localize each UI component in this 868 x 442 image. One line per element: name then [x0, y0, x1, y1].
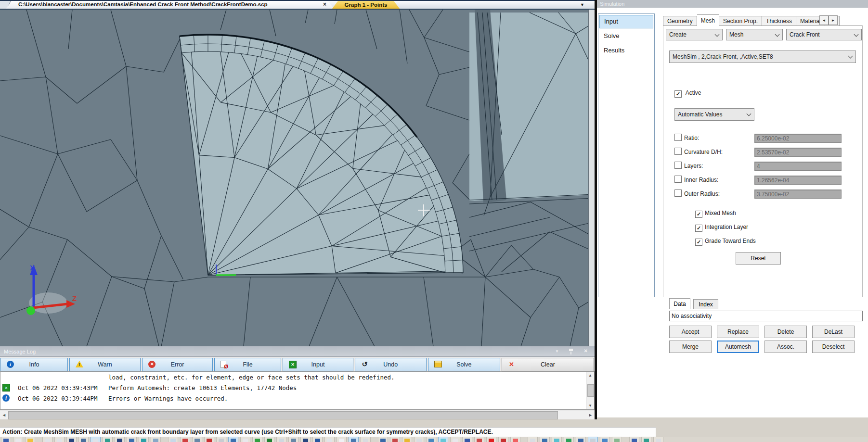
tab-scroll-left-button[interactable]: ◄: [819, 15, 829, 25]
deselect-button[interactable]: Deselect: [812, 341, 855, 353]
log-undo-button[interactable]: ↺Undo: [355, 358, 427, 371]
param-checkbox[interactable]: Curvature D/H:: [674, 149, 723, 155]
tab-index[interactable]: Index: [693, 299, 718, 309]
option-mixed-mesh[interactable]: ✓Mixed Mesh: [695, 210, 736, 217]
toolbar-icon[interactable]: [204, 437, 214, 442]
toolbar-icon[interactable]: [552, 437, 562, 442]
file-tab[interactable]: C:\Users\blancaster\Documents\Camtasia\E…: [6, 1, 334, 9]
assoc-button[interactable]: Assoc.: [764, 341, 807, 353]
scroll-down-icon[interactable]: ▼: [586, 402, 594, 409]
toolbar-icon[interactable]: [264, 437, 274, 442]
delete-button[interactable]: Delete: [764, 326, 807, 338]
toolbar-icon[interactable]: [576, 437, 586, 442]
toolbar-icon[interactable]: [450, 437, 460, 442]
toolbar-icon[interactable]: [324, 437, 335, 442]
tab-geometry[interactable]: Geometry: [663, 16, 697, 26]
log-file-button[interactable]: ØFile: [214, 358, 281, 371]
tab-data[interactable]: Data: [669, 298, 690, 309]
scroll-up-icon[interactable]: ▲: [586, 372, 594, 379]
object-combobox[interactable]: Mesh: [726, 29, 783, 40]
toolbar-icon[interactable]: [510, 437, 520, 442]
option-integration-layer[interactable]: ✓Integration Layer: [695, 224, 748, 231]
automesh-button[interactable]: Automesh: [717, 341, 759, 353]
toolbar-icon[interactable]: [462, 437, 472, 442]
toolbar-icon[interactable]: [180, 437, 190, 442]
toolbar-icon[interactable]: [390, 437, 400, 442]
toolbar-icon[interactable]: [564, 437, 574, 442]
toolbar-icon[interactable]: [486, 437, 496, 442]
toolbar-icon[interactable]: [78, 437, 89, 442]
toolbar-icon[interactable]: [498, 437, 508, 442]
param-checkbox[interactable]: Outer Radius:: [674, 190, 720, 197]
toolbar-icon[interactable]: [1, 437, 11, 442]
toolbar-icon[interactable]: [276, 437, 286, 442]
log-input-button[interactable]: ✕Input: [283, 358, 353, 371]
toolbar-icon[interactable]: [402, 437, 412, 442]
toolbar-icon[interactable]: [192, 437, 202, 442]
toolbar-icon[interactable]: [641, 437, 651, 442]
param-checkbox[interactable]: Layers:: [674, 163, 703, 169]
scroll-right-icon[interactable]: ►: [588, 411, 593, 419]
param-checkbox[interactable]: Ratio:: [674, 135, 699, 141]
toolbar-icon[interactable]: [25, 437, 35, 442]
toolbar-icon[interactable]: [91, 437, 101, 442]
nav-item-results[interactable]: Results: [599, 44, 653, 57]
tab-thickness[interactable]: Thickness: [762, 16, 796, 26]
log-area[interactable]: load, constraint, etc. for element, edge…: [0, 371, 595, 410]
merge-button[interactable]: Merge: [669, 341, 712, 353]
log-solve-button[interactable]: Solve: [428, 358, 500, 371]
toolbar-icon[interactable]: [426, 437, 436, 442]
toolbar-icon[interactable]: [103, 437, 113, 442]
nav-item-solve[interactable]: Solve: [599, 29, 653, 43]
toolbar-icon[interactable]: [139, 437, 149, 442]
delast-button[interactable]: DeLast: [812, 326, 855, 338]
log-horizontal-scrollbar[interactable]: ◄ ►: [0, 411, 595, 419]
toolbar-icon[interactable]: [115, 437, 125, 442]
log-error-button[interactable]: ✕Error: [142, 358, 213, 371]
toolbar-icon[interactable]: [288, 437, 298, 442]
replace-button[interactable]: Replace: [717, 326, 759, 338]
toolbar-icon[interactable]: [312, 437, 323, 442]
toolbar-icon[interactable]: [216, 437, 226, 442]
scroll-left-icon[interactable]: ◄: [2, 411, 6, 419]
scrollbar-thumb[interactable]: [8, 411, 558, 419]
reset-button[interactable]: Reset: [736, 252, 781, 265]
toolbar-icon[interactable]: [349, 437, 359, 442]
message-log-titlebar[interactable]: Message Log ▼ ✕: [0, 346, 595, 357]
mesh-set-combobox[interactable]: MeshSim , 2,Crack Front, ,Active,SET8: [669, 51, 856, 63]
method-combobox[interactable]: Crack Front: [786, 29, 862, 40]
toolbar-icon[interactable]: [588, 437, 598, 442]
log-clear-button[interactable]: ✕Clear: [502, 358, 594, 371]
tab-mesh[interactable]: Mesh: [697, 14, 719, 26]
toolbar-icon[interactable]: [228, 437, 238, 442]
tab-scroll-right-button[interactable]: ►: [829, 15, 838, 25]
nav-item-input[interactable]: Input: [599, 15, 653, 28]
associativity-field[interactable]: [669, 311, 863, 321]
toolbar-icon[interactable]: [151, 437, 161, 442]
toolbar-icon[interactable]: [629, 437, 639, 442]
toolbar-icon[interactable]: [13, 437, 23, 442]
toolbar-icon[interactable]: [54, 437, 65, 442]
toolbar-icon[interactable]: [378, 437, 388, 442]
toolbar-icon[interactable]: [252, 437, 262, 442]
panel-menu-icon[interactable]: ▼: [555, 349, 559, 354]
toolbar-icon[interactable]: [42, 437, 52, 442]
option-grade-toward-ends[interactable]: ✓Grade Toward Ends: [695, 238, 756, 245]
toolbar-icon[interactable]: [612, 437, 622, 442]
toolbar-icon[interactable]: [600, 437, 610, 442]
toolbar-icon[interactable]: [127, 437, 137, 442]
close-tab-icon[interactable]: ×: [323, 1, 326, 8]
toolbar-icon[interactable]: [337, 437, 347, 442]
toolbar-icon[interactable]: [653, 437, 663, 442]
toolbar-icon[interactable]: [361, 437, 371, 442]
toolbar-icon[interactable]: [528, 437, 538, 442]
tab-section-prop-[interactable]: Section Prop.: [719, 16, 762, 26]
toolbar-icon[interactable]: [300, 437, 311, 442]
log-info-button[interactable]: iInfo: [0, 358, 68, 371]
pin-icon[interactable]: [569, 348, 573, 354]
toolbar-icon[interactable]: [240, 437, 250, 442]
3d-viewport[interactable]: XZ: [0, 10, 595, 346]
close-panel-icon[interactable]: ✕: [584, 348, 588, 354]
toolbar-icon[interactable]: [66, 437, 77, 442]
graph-tab[interactable]: Graph 1 - Points: [332, 1, 400, 9]
